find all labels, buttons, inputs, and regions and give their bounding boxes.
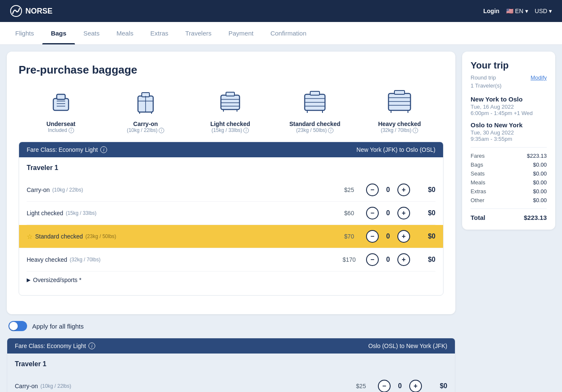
- decrease-heavy-1[interactable]: −: [366, 253, 379, 266]
- route-2-title: Oslo to New York: [471, 121, 547, 129]
- bag-controls-light-1: − 0 +: [366, 207, 410, 219]
- trip-summary-card: Your trip Round trip Modify 1 Traveler(s…: [462, 52, 555, 230]
- meals-label: Meals: [471, 179, 485, 186]
- bag-name-light-1: Light checked (15kg / 33lbs): [27, 210, 332, 217]
- fare-section-2: Fare Class: Economy Light i Oslo (OSL) t…: [7, 338, 455, 392]
- svg-rect-1: [53, 99, 69, 110]
- decrease-carryon-1[interactable]: −: [366, 184, 379, 196]
- light-checked-sub: (15kg / 33lbs) i: [212, 127, 249, 133]
- cost-fares: Fares $223.13: [471, 153, 547, 159]
- logo: NORSE: [10, 5, 52, 17]
- nav-flights[interactable]: Flights: [7, 22, 42, 44]
- underseat-icon: [46, 87, 76, 117]
- heavy-checked-sub: (32kg / 70lbs) i: [381, 127, 419, 133]
- total-label: Total: [471, 214, 485, 221]
- light-checked-icon: [215, 87, 245, 117]
- fare-class-text-2: Fare Class: Economy Light: [15, 343, 86, 349]
- svg-rect-20: [310, 91, 320, 95]
- sidebar-title: Your trip: [471, 60, 547, 71]
- route-2: Oslo to New York Tue, 30 Aug 2022 9:35am…: [471, 121, 547, 142]
- bag-row-heavy-1: Heavy checked (32kg / 70lbs) $170 − 0 + …: [27, 248, 435, 271]
- svg-rect-2: [57, 94, 65, 99]
- sidebar-trip-info: Round trip Modify: [471, 74, 547, 81]
- baggage-card: Pre-purchase baggage Underseat Included …: [7, 52, 455, 314]
- standard-checked-label: Standard checked: [289, 121, 341, 127]
- main-layout: Pre-purchase baggage Underseat Included …: [0, 45, 562, 392]
- cost-divider: [471, 147, 547, 148]
- login-button[interactable]: Login: [483, 8, 499, 14]
- route-1-date: Tue, 16 Aug 2022: [471, 104, 547, 110]
- fare-info-icon-2[interactable]: i: [88, 343, 95, 349]
- fare-body-1: Traveler 1 Carry-on (10kg / 22lbs) $25 −…: [19, 157, 443, 295]
- traveler-label-2: Traveler 1: [15, 360, 447, 368]
- header: NORSE Login 🇺🇸 EN ▾ USD ▾: [0, 0, 562, 22]
- fare-header-2: Fare Class: Economy Light i Oslo (OSL) t…: [7, 338, 455, 354]
- nav-travelers[interactable]: Travelers: [177, 22, 220, 44]
- bag-total-carryon-2: $0: [422, 382, 447, 390]
- oversized-label-1: Oversized/sports *: [33, 277, 81, 283]
- increase-carryon-1[interactable]: +: [397, 184, 410, 196]
- traveler-label-1: Traveler 1: [27, 164, 435, 172]
- increase-light-1[interactable]: +: [397, 207, 410, 219]
- language-selector[interactable]: 🇺🇸 EN ▾: [506, 8, 528, 14]
- star-icon-1: ☆: [27, 233, 33, 241]
- apply-all-row: Apply for all flights: [7, 321, 455, 331]
- toggle-knob: [9, 322, 18, 330]
- decrease-standard-1[interactable]: −: [366, 230, 379, 243]
- other-label: Other: [471, 197, 485, 203]
- oversized-chevron-icon-1: ▶: [27, 277, 30, 283]
- route-2-date: Tue, 30 Aug 2022: [471, 129, 547, 136]
- light-checked-label: Light checked: [210, 121, 250, 127]
- svg-rect-12: [221, 95, 240, 110]
- currency-selector[interactable]: USD ▾: [535, 8, 552, 14]
- fare-class-text-1: Fare Class: Economy Light: [27, 146, 98, 153]
- qty-carryon-2: 0: [396, 382, 404, 390]
- increase-heavy-1[interactable]: +: [397, 253, 410, 266]
- qty-standard-1: 0: [384, 233, 392, 240]
- modify-button[interactable]: Modify: [531, 74, 547, 81]
- navigation: Flights Bags Seats Meals Extras Traveler…: [0, 22, 562, 45]
- carryon-sub: (10kg / 22lbs) i: [127, 127, 165, 133]
- page-title: Pre-purchase baggage: [19, 63, 444, 77]
- nav-confirmation[interactable]: Confirmation: [262, 22, 315, 44]
- increase-standard-1[interactable]: +: [397, 230, 410, 243]
- heavy-checked-label: Heavy checked: [378, 121, 421, 127]
- header-right: Login 🇺🇸 EN ▾ USD ▾: [483, 8, 552, 14]
- bag-total-heavy-1: $0: [410, 256, 435, 263]
- currency-label: USD: [535, 8, 548, 14]
- fare-info-icon-1[interactable]: i: [100, 146, 107, 153]
- bag-type-heavy: Heavy checked (32kg / 70lbs) i: [357, 87, 442, 133]
- cost-meals: Meals $0.00: [471, 179, 547, 186]
- bag-row-carryon-1: Carry-on (10kg / 22lbs) $25 − 0 + $0: [27, 178, 435, 202]
- oversized-toggle-1[interactable]: ▶ Oversized/sports *: [27, 271, 435, 288]
- bag-price-standard-1: $70: [332, 233, 366, 240]
- trip-type: Round trip: [471, 74, 496, 81]
- decrease-light-1[interactable]: −: [366, 207, 379, 219]
- logo-text: NORSE: [25, 7, 52, 16]
- route-2-time: 9:35am - 3:55pm: [471, 136, 547, 142]
- nav-seats[interactable]: Seats: [75, 22, 108, 44]
- bag-type-standard: Standard checked (23kg / 50lbs) i: [273, 87, 357, 133]
- fare-route-1: New York (JFK) to Oslo (OSL): [356, 146, 435, 153]
- apply-all-toggle[interactable]: [8, 321, 27, 331]
- sidebar: Your trip Round trip Modify 1 Traveler(s…: [462, 52, 555, 392]
- bag-controls-heavy-1: − 0 +: [366, 253, 410, 266]
- fare-body-2: Traveler 1 Carry-on (10kg / 22lbs) $25 −…: [7, 354, 455, 392]
- qty-light-1: 0: [384, 209, 392, 217]
- nav-payment[interactable]: Payment: [220, 22, 262, 44]
- bag-type-icons: Underseat Included i Carry-on (10kg / 22…: [19, 87, 444, 142]
- increase-carryon-2[interactable]: +: [409, 380, 422, 392]
- apply-all-label: Apply for all flights: [32, 323, 84, 330]
- bag-total-standard-1: $0: [410, 233, 435, 240]
- content-area: Pre-purchase baggage Underseat Included …: [7, 52, 455, 392]
- nav-meals[interactable]: Meals: [108, 22, 142, 44]
- bags-label: Bags: [471, 162, 483, 168]
- bag-price-carryon-1: $25: [332, 186, 366, 193]
- bag-type-carryon: Carry-on (10kg / 22lbs) i: [103, 87, 188, 133]
- nav-bags[interactable]: Bags: [42, 22, 75, 44]
- other-value: $0.00: [533, 197, 547, 203]
- fare-class-label-2: Fare Class: Economy Light i: [15, 343, 95, 349]
- nav-extras[interactable]: Extras: [142, 22, 177, 44]
- decrease-carryon-2[interactable]: −: [378, 380, 391, 392]
- total-value: $223.13: [524, 214, 547, 221]
